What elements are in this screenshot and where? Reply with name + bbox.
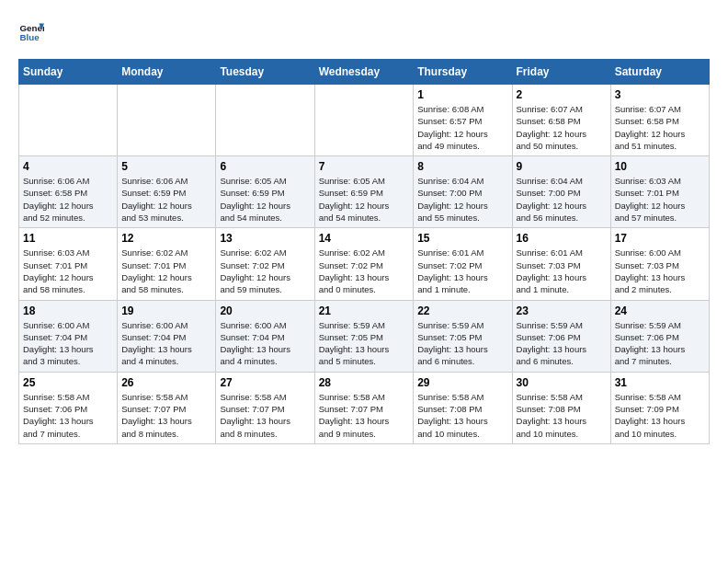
weekday-header: Tuesday [216, 60, 314, 85]
calendar-day-cell: 30Sunrise: 5:58 AM Sunset: 7:08 PM Dayli… [512, 372, 610, 443]
day-info: Sunrise: 6:03 AM Sunset: 7:01 PM Dayligh… [615, 175, 705, 224]
logo: General Blue [18, 18, 46, 44]
calendar-day-cell: 19Sunrise: 6:00 AM Sunset: 7:04 PM Dayli… [118, 300, 216, 372]
day-number: 25 [23, 376, 113, 389]
day-info: Sunrise: 5:58 AM Sunset: 7:07 PM Dayligh… [121, 391, 211, 440]
day-number: 5 [121, 160, 211, 173]
calendar-day-cell: 18Sunrise: 6:00 AM Sunset: 7:04 PM Dayli… [19, 300, 118, 372]
calendar-day-cell: 7Sunrise: 6:05 AM Sunset: 6:59 PM Daylig… [314, 156, 414, 228]
calendar-week-row: 18Sunrise: 6:00 AM Sunset: 7:04 PM Dayli… [19, 300, 710, 372]
day-info: Sunrise: 5:58 AM Sunset: 7:07 PM Dayligh… [319, 391, 410, 440]
calendar-day-cell [314, 85, 414, 156]
day-info: Sunrise: 6:00 AM Sunset: 7:03 PM Dayligh… [615, 247, 705, 295]
day-number: 12 [121, 232, 211, 245]
day-info: Sunrise: 6:04 AM Sunset: 7:00 PM Dayligh… [517, 175, 607, 224]
day-number: 29 [417, 376, 507, 389]
weekday-header: Saturday [610, 60, 709, 85]
calendar-week-row: 1Sunrise: 6:08 AM Sunset: 6:57 PM Daylig… [19, 85, 710, 156]
calendar-day-cell: 31Sunrise: 5:58 AM Sunset: 7:09 PM Dayli… [610, 372, 709, 443]
calendar-day-cell: 25Sunrise: 5:58 AM Sunset: 7:06 PM Dayli… [19, 372, 118, 443]
calendar-day-cell: 4Sunrise: 6:06 AM Sunset: 6:58 PM Daylig… [19, 156, 118, 228]
day-info: Sunrise: 6:00 AM Sunset: 7:04 PM Dayligh… [121, 319, 211, 368]
calendar-day-cell: 2Sunrise: 6:07 AM Sunset: 6:58 PM Daylig… [512, 85, 610, 156]
day-info: Sunrise: 6:06 AM Sunset: 6:58 PM Dayligh… [23, 175, 113, 224]
day-info: Sunrise: 5:59 AM Sunset: 7:06 PM Dayligh… [615, 319, 705, 368]
calendar-day-cell: 20Sunrise: 6:00 AM Sunset: 7:04 PM Dayli… [216, 300, 314, 372]
calendar-day-cell: 3Sunrise: 6:07 AM Sunset: 6:58 PM Daylig… [610, 85, 709, 156]
calendar-week-row: 11Sunrise: 6:03 AM Sunset: 7:01 PM Dayli… [19, 228, 710, 300]
day-number: 27 [220, 376, 310, 389]
day-info: Sunrise: 6:00 AM Sunset: 7:04 PM Dayligh… [23, 319, 113, 368]
day-info: Sunrise: 5:58 AM Sunset: 7:08 PM Dayligh… [517, 391, 607, 440]
calendar-day-cell: 29Sunrise: 5:58 AM Sunset: 7:08 PM Dayli… [414, 372, 512, 443]
day-number: 21 [319, 304, 410, 317]
day-info: Sunrise: 5:58 AM Sunset: 7:06 PM Dayligh… [23, 391, 113, 440]
day-number: 20 [220, 304, 310, 317]
day-number: 11 [23, 232, 113, 245]
day-info: Sunrise: 5:58 AM Sunset: 7:07 PM Dayligh… [220, 391, 310, 440]
day-info: Sunrise: 5:59 AM Sunset: 7:06 PM Dayligh… [517, 319, 607, 368]
day-number: 9 [517, 160, 607, 173]
calendar-day-cell [118, 85, 216, 156]
calendar-day-cell: 14Sunrise: 6:02 AM Sunset: 7:02 PM Dayli… [314, 228, 414, 300]
day-number: 28 [319, 376, 410, 389]
calendar-day-cell [216, 85, 314, 156]
day-number: 3 [615, 88, 705, 101]
calendar-day-cell: 12Sunrise: 6:02 AM Sunset: 7:01 PM Dayli… [118, 228, 216, 300]
calendar-day-cell: 24Sunrise: 5:59 AM Sunset: 7:06 PM Dayli… [610, 300, 709, 372]
weekday-header: Friday [512, 60, 610, 85]
day-number: 30 [517, 376, 607, 389]
day-number: 23 [517, 304, 607, 317]
day-info: Sunrise: 6:02 AM Sunset: 7:02 PM Dayligh… [319, 247, 410, 295]
day-info: Sunrise: 6:07 AM Sunset: 6:58 PM Dayligh… [517, 103, 607, 152]
weekday-header: Thursday [414, 60, 512, 85]
calendar-day-cell: 5Sunrise: 6:06 AM Sunset: 6:59 PM Daylig… [118, 156, 216, 228]
day-info: Sunrise: 6:02 AM Sunset: 7:02 PM Dayligh… [220, 247, 310, 295]
day-number: 13 [220, 232, 310, 245]
day-number: 1 [417, 88, 507, 101]
day-info: Sunrise: 6:05 AM Sunset: 6:59 PM Dayligh… [319, 175, 410, 224]
day-number: 16 [517, 232, 607, 245]
calendar-day-cell: 1Sunrise: 6:08 AM Sunset: 6:57 PM Daylig… [414, 85, 512, 156]
svg-text:Blue: Blue [19, 32, 40, 42]
calendar-day-cell [19, 85, 118, 156]
day-number: 22 [417, 304, 507, 317]
day-info: Sunrise: 6:05 AM Sunset: 6:59 PM Dayligh… [220, 175, 310, 224]
calendar-day-cell: 13Sunrise: 6:02 AM Sunset: 7:02 PM Dayli… [216, 228, 314, 300]
day-number: 18 [23, 304, 113, 317]
weekday-header: Sunday [19, 60, 118, 85]
day-info: Sunrise: 6:07 AM Sunset: 6:58 PM Dayligh… [615, 103, 705, 152]
day-number: 2 [517, 88, 607, 101]
day-number: 7 [319, 160, 410, 173]
day-number: 31 [615, 376, 705, 389]
calendar-day-cell: 8Sunrise: 6:04 AM Sunset: 7:00 PM Daylig… [414, 156, 512, 228]
calendar-week-row: 25Sunrise: 5:58 AM Sunset: 7:06 PM Dayli… [19, 372, 710, 443]
calendar-day-cell: 22Sunrise: 5:59 AM Sunset: 7:05 PM Dayli… [414, 300, 512, 372]
day-number: 17 [615, 232, 705, 245]
calendar-day-cell: 28Sunrise: 5:58 AM Sunset: 7:07 PM Dayli… [314, 372, 414, 443]
day-info: Sunrise: 6:04 AM Sunset: 7:00 PM Dayligh… [417, 175, 507, 224]
day-number: 10 [615, 160, 705, 173]
calendar-table: SundayMondayTuesdayWednesdayThursdayFrid… [18, 59, 710, 444]
day-number: 19 [121, 304, 211, 317]
weekday-header: Wednesday [314, 60, 414, 85]
day-number: 8 [417, 160, 507, 173]
day-number: 24 [615, 304, 705, 317]
calendar-day-cell: 6Sunrise: 6:05 AM Sunset: 6:59 PM Daylig… [216, 156, 314, 228]
calendar-day-cell: 17Sunrise: 6:00 AM Sunset: 7:03 PM Dayli… [610, 228, 709, 300]
calendar-day-cell: 11Sunrise: 6:03 AM Sunset: 7:01 PM Dayli… [19, 228, 118, 300]
day-info: Sunrise: 5:59 AM Sunset: 7:05 PM Dayligh… [417, 319, 507, 368]
day-info: Sunrise: 6:01 AM Sunset: 7:02 PM Dayligh… [417, 247, 507, 295]
calendar-day-cell: 10Sunrise: 6:03 AM Sunset: 7:01 PM Dayli… [610, 156, 709, 228]
day-info: Sunrise: 5:58 AM Sunset: 7:09 PM Dayligh… [615, 391, 705, 440]
day-info: Sunrise: 5:59 AM Sunset: 7:05 PM Dayligh… [319, 319, 410, 368]
calendar-day-cell: 15Sunrise: 6:01 AM Sunset: 7:02 PM Dayli… [414, 228, 512, 300]
calendar-week-row: 4Sunrise: 6:06 AM Sunset: 6:58 PM Daylig… [19, 156, 710, 228]
logo-icon: General Blue [18, 18, 44, 44]
day-number: 14 [319, 232, 410, 245]
day-info: Sunrise: 6:06 AM Sunset: 6:59 PM Dayligh… [121, 175, 211, 224]
day-number: 26 [121, 376, 211, 389]
day-info: Sunrise: 6:00 AM Sunset: 7:04 PM Dayligh… [220, 319, 310, 368]
calendar-day-cell: 9Sunrise: 6:04 AM Sunset: 7:00 PM Daylig… [512, 156, 610, 228]
calendar-day-cell: 23Sunrise: 5:59 AM Sunset: 7:06 PM Dayli… [512, 300, 610, 372]
